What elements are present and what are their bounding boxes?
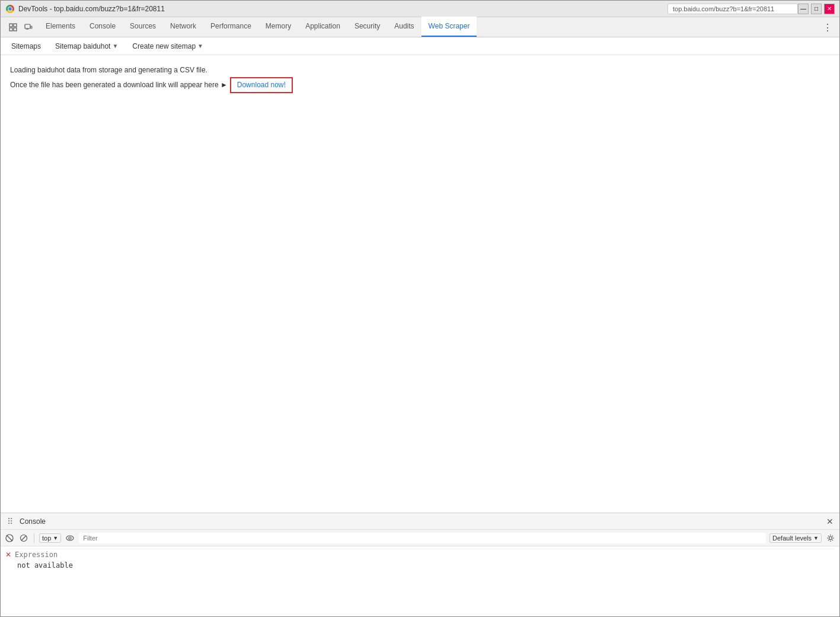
tab-performance[interactable]: Performance <box>203 17 258 37</box>
maximize-button[interactable]: □ <box>811 4 822 14</box>
devtools-tab-bar: Elements Console Sources Network Perform… <box>1 17 839 37</box>
tab-network[interactable]: Network <box>163 17 203 37</box>
console-close-button[interactable]: ✕ <box>825 517 835 526</box>
toolbar-divider <box>34 533 34 543</box>
console-output-line: not available <box>5 560 835 571</box>
svg-rect-1 <box>9 28 12 31</box>
devtools-window: DevTools - top.baidu.com/buzz?b=1&fr=208… <box>0 0 840 617</box>
svg-point-13 <box>829 536 832 539</box>
svg-rect-5 <box>31 26 32 28</box>
block-icon-button[interactable] <box>18 533 29 543</box>
console-toolbar: top ▼ Default levels ▼ <box>1 530 839 546</box>
svg-rect-2 <box>14 24 17 27</box>
favicon-icon <box>5 4 15 14</box>
tab-audits[interactable]: Audits <box>387 17 421 37</box>
tab-sources[interactable]: Sources <box>123 17 163 37</box>
svg-rect-4 <box>25 24 30 28</box>
svg-rect-3 <box>14 28 17 31</box>
message-line-2: Once the file has been generated a downl… <box>10 79 228 91</box>
message-line-1: Loading baiduhot data from storage and g… <box>10 65 830 76</box>
tab-application[interactable]: Application <box>298 17 347 37</box>
tab-elements[interactable]: Elements <box>39 17 82 37</box>
window-controls: — □ ✕ <box>798 4 835 14</box>
svg-line-10 <box>21 536 26 540</box>
tab-webscraper[interactable]: Web Scraper <box>421 17 477 37</box>
console-filter-input[interactable] <box>79 533 766 543</box>
tab-console[interactable]: Console <box>82 17 123 37</box>
title-bar: DevTools - top.baidu.com/buzz?b=1&fr=208… <box>1 1 839 17</box>
level-value: Default levels <box>772 535 812 542</box>
console-settings-button[interactable] <box>825 533 836 543</box>
minimize-button[interactable]: — <box>798 4 809 14</box>
tab-security[interactable]: Security <box>347 17 387 37</box>
sitemaps-button[interactable]: Sitemaps <box>5 40 47 53</box>
console-expression-row: ✕ <box>5 549 835 560</box>
console-body: ✕ not available <box>1 546 839 616</box>
device-mode-icon[interactable] <box>22 21 35 34</box>
svg-line-8 <box>7 535 12 541</box>
window-title: DevTools - top.baidu.com/buzz?b=1&fr=208… <box>18 5 663 13</box>
download-now-button[interactable]: Download now! <box>230 77 293 93</box>
svg-point-12 <box>69 537 71 539</box>
url-bar[interactable]: top.baidu.com/buzz?b=1&fr=20811 <box>667 4 798 14</box>
sitemap-baiduhot-button[interactable]: Sitemap baiduhot ▼ <box>49 40 124 53</box>
tab-bar-icons <box>3 17 39 37</box>
drag-handle-icon: ⠿ <box>5 517 15 526</box>
console-panel-title: Console <box>20 517 46 526</box>
context-selector[interactable]: top ▼ <box>39 533 61 543</box>
expression-clear-icon[interactable]: ✕ <box>5 551 11 559</box>
inspect-element-icon[interactable] <box>7 21 20 34</box>
context-value: top <box>42 535 51 542</box>
secondary-nav-bar: Sitemaps Sitemap baiduhot ▼ Create new s… <box>1 37 839 55</box>
level-selector[interactable]: Default levels ▼ <box>769 533 822 543</box>
console-panel-header: ⠿ Console ✕ <box>1 513 839 530</box>
clear-console-button[interactable] <box>4 533 15 543</box>
context-chevron-icon: ▼ <box>53 535 58 541</box>
close-button[interactable]: ✕ <box>824 4 835 14</box>
eye-icon-button[interactable] <box>65 533 75 543</box>
chevron-down-icon: ▼ <box>197 43 203 49</box>
more-tabs-button[interactable]: ⋮ <box>818 18 837 37</box>
console-expression-input[interactable] <box>15 551 835 559</box>
main-content-area: Loading baiduhot data from storage and g… <box>1 55 839 513</box>
chevron-down-icon: ▼ <box>112 43 118 49</box>
svg-rect-0 <box>9 24 12 27</box>
console-panel: ⠿ Console ✕ top ▼ <box>1 513 839 616</box>
svg-point-11 <box>66 536 74 540</box>
create-new-sitemap-button[interactable]: Create new sitemap ▼ <box>126 40 209 53</box>
level-chevron-icon: ▼ <box>813 535 819 541</box>
tab-memory[interactable]: Memory <box>258 17 298 37</box>
